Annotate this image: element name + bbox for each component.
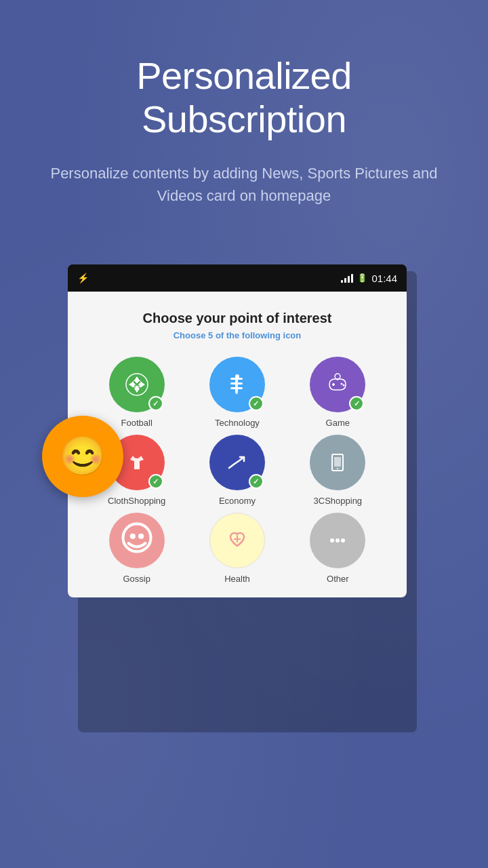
interest-title: Choose your point of interest — [81, 311, 393, 326]
interest-item-other[interactable]: Other — [289, 513, 386, 584]
game-check — [349, 396, 364, 411]
technology-label: Technology — [215, 418, 260, 428]
economy-circle-wrapper — [209, 435, 265, 490]
gossip-circle — [109, 513, 165, 568]
game-icon — [324, 371, 351, 398]
clothshopping-label: ClothShopping — [108, 496, 165, 506]
football-circle-wrapper — [109, 357, 165, 412]
interest-item-game[interactable]: Game — [289, 357, 386, 428]
interest-item-technology[interactable]: Technology — [188, 357, 285, 428]
gossip-circle-wrapper — [109, 513, 165, 568]
3cshopping-icon — [324, 449, 351, 476]
usb-icon: ⚡ — [77, 273, 89, 283]
svg-point-10 — [235, 374, 239, 378]
signal-bar-4 — [351, 274, 353, 283]
phone-frame: ⚡ 🔋 01:44 Choose your point of interest … — [68, 264, 407, 597]
svg-rect-18 — [334, 457, 341, 467]
clothshopping-icon — [123, 449, 150, 476]
signal-bar-2 — [344, 278, 346, 283]
signal-bars — [341, 273, 353, 283]
economy-label: Economy — [219, 496, 256, 506]
technology-circle-wrapper — [209, 357, 265, 412]
emoji-icon: 😊 — [59, 437, 106, 475]
status-bar: ⚡ 🔋 01:44 — [68, 264, 407, 292]
svg-point-27 — [341, 538, 345, 542]
signal-bar-1 — [341, 280, 343, 283]
football-check — [148, 396, 163, 411]
health-circle — [209, 513, 265, 568]
svg-point-13 — [341, 383, 343, 385]
page-subtitle: Personalize contents by adding News, Spo… — [41, 162, 447, 207]
interest-item-gossip[interactable]: Gossip — [88, 513, 185, 584]
svg-point-25 — [330, 538, 334, 542]
svg-point-19 — [337, 468, 338, 469]
other-icon — [324, 527, 351, 554]
health-icon — [224, 527, 251, 554]
health-label: Health — [224, 574, 250, 584]
technology-check — [249, 396, 264, 411]
other-label: Other — [327, 574, 349, 584]
svg-point-15 — [335, 374, 340, 379]
svg-marker-1 — [134, 376, 140, 383]
status-time: 01:44 — [371, 273, 397, 284]
interest-item-economy[interactable]: Economy — [188, 435, 285, 506]
gossip-label: Gossip — [123, 574, 150, 584]
technology-icon — [224, 371, 251, 398]
signal-bar-3 — [348, 276, 350, 283]
phone-mockup: ⚡ 🔋 01:44 Choose your point of interest … — [68, 264, 420, 597]
football-icon — [123, 371, 150, 398]
status-bar-left: ⚡ — [77, 273, 89, 283]
page-title: Personalized Subscription — [41, 54, 447, 142]
svg-rect-8 — [230, 382, 243, 384]
health-circle-wrapper — [209, 513, 265, 568]
subtitle-suffix: of the following icon — [213, 330, 301, 340]
interest-grid: Football — [81, 357, 393, 584]
svg-point-14 — [343, 384, 345, 387]
svg-point-22 — [138, 534, 144, 539]
clothshopping-check — [148, 474, 163, 489]
game-label: Game — [326, 418, 350, 428]
floating-emoji-button[interactable]: 😊 — [42, 416, 123, 497]
svg-point-26 — [336, 538, 340, 542]
interest-item-football[interactable]: Football — [88, 357, 185, 428]
svg-marker-2 — [134, 386, 140, 393]
gossip-icon — [109, 513, 165, 568]
other-circle-wrapper — [310, 513, 365, 568]
economy-icon — [224, 449, 251, 476]
svg-point-21 — [129, 534, 135, 539]
game-circle-wrapper — [310, 357, 365, 412]
svg-rect-9 — [230, 387, 243, 389]
football-label: Football — [121, 418, 152, 428]
other-circle — [310, 513, 365, 568]
interest-item-health[interactable]: Health — [188, 513, 285, 584]
subtitle-prefix: Choose — [174, 330, 208, 340]
3cshopping-circle-wrapper — [310, 435, 365, 490]
battery-icon: 🔋 — [357, 273, 367, 283]
interest-item-3cshopping[interactable]: 3CShopping — [289, 435, 386, 506]
header-section: Personalized Subscription Personalize co… — [0, 0, 488, 234]
interest-subtitle: Choose 5 of the following icon — [81, 330, 393, 340]
3cshopping-circle — [310, 435, 365, 490]
status-bar-right: 🔋 01:44 — [341, 273, 397, 284]
economy-check — [249, 474, 264, 489]
3cshopping-label: 3CShopping — [314, 496, 363, 506]
